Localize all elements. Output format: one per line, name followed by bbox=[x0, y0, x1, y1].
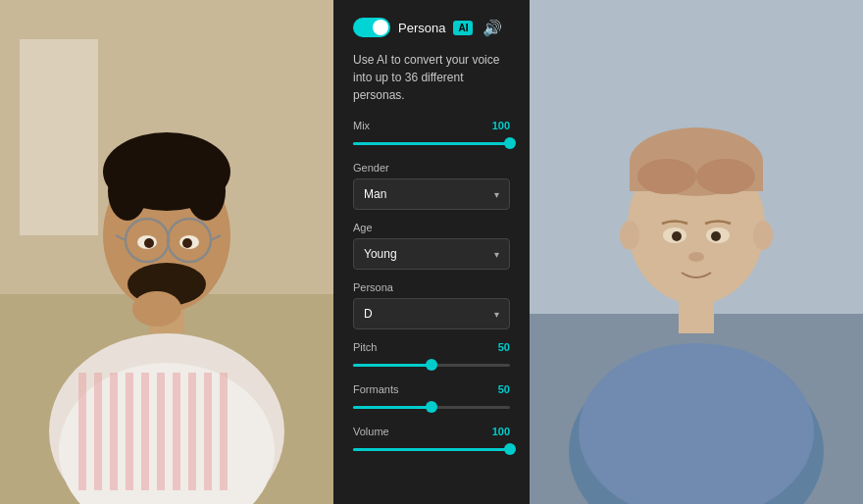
panel-description: Use AI to convert your voice into up to … bbox=[353, 51, 510, 104]
svg-point-44 bbox=[711, 231, 721, 241]
svg-rect-2 bbox=[20, 39, 98, 235]
svg-rect-14 bbox=[220, 373, 228, 490]
svg-rect-11 bbox=[173, 373, 180, 490]
mix-slider-wrapper bbox=[353, 136, 510, 150]
pitch-slider-wrapper bbox=[353, 358, 510, 372]
svg-rect-10 bbox=[157, 373, 165, 490]
persona-dropdown[interactable]: D ▾ bbox=[353, 298, 510, 329]
pitch-slider-thumb[interactable] bbox=[426, 359, 437, 371]
mix-value: 100 bbox=[492, 120, 510, 131]
right-photo-panel bbox=[530, 0, 863, 504]
volume-control: Volume 100 bbox=[353, 426, 510, 456]
pitch-value: 50 bbox=[498, 341, 510, 353]
svg-point-27 bbox=[144, 238, 154, 248]
svg-point-45 bbox=[688, 252, 704, 262]
gender-control: Gender Man ▾ bbox=[353, 162, 510, 210]
gender-dropdown[interactable]: Man ▾ bbox=[353, 178, 510, 210]
gender-label: Gender bbox=[353, 162, 389, 174]
svg-point-18 bbox=[108, 162, 147, 221]
persona-value: D bbox=[364, 307, 373, 321]
mix-slider-thumb[interactable] bbox=[504, 137, 516, 149]
svg-point-40 bbox=[696, 159, 755, 194]
persona-setting-label: Persona bbox=[353, 281, 393, 293]
svg-rect-5 bbox=[78, 373, 86, 490]
formants-slider-thumb[interactable] bbox=[426, 401, 437, 413]
age-label: Age bbox=[353, 222, 373, 233]
ai-badge: AI bbox=[453, 21, 473, 35]
svg-rect-8 bbox=[126, 373, 133, 490]
persona-label: Persona bbox=[398, 21, 445, 35]
settings-panel: Persona AI 🔊 Use AI to convert your voic… bbox=[333, 0, 530, 504]
volume-label: Volume bbox=[353, 426, 389, 437]
age-dropdown[interactable]: Young ▾ bbox=[353, 238, 510, 270]
panel-header: Persona AI 🔊 bbox=[353, 18, 510, 37]
toggle-knob bbox=[373, 20, 388, 35]
svg-point-47 bbox=[753, 221, 773, 250]
mix-control: Mix 100 bbox=[353, 120, 510, 150]
svg-point-46 bbox=[620, 221, 639, 250]
svg-rect-12 bbox=[188, 373, 196, 490]
svg-rect-7 bbox=[110, 373, 118, 490]
svg-rect-9 bbox=[141, 373, 149, 490]
formants-label: Formants bbox=[353, 383, 398, 395]
pitch-control: Pitch 50 bbox=[353, 341, 510, 372]
formants-control: Formants 50 bbox=[353, 383, 510, 414]
formants-value: 50 bbox=[498, 383, 510, 395]
svg-point-42 bbox=[672, 231, 682, 241]
volume-slider-thumb[interactable] bbox=[504, 443, 516, 455]
age-control: Age Young ▾ bbox=[353, 222, 510, 270]
right-person-image bbox=[530, 0, 863, 504]
left-person-image bbox=[0, 0, 333, 504]
gender-chevron: ▾ bbox=[494, 189, 499, 200]
speaker-icon[interactable]: 🔊 bbox=[482, 19, 502, 37]
formants-slider-wrapper bbox=[353, 400, 510, 414]
svg-point-19 bbox=[186, 162, 226, 221]
persona-toggle[interactable] bbox=[353, 18, 390, 37]
pitch-label: Pitch bbox=[353, 341, 377, 353]
svg-rect-13 bbox=[204, 373, 212, 490]
gender-value: Man bbox=[364, 187, 386, 201]
svg-point-30 bbox=[132, 291, 181, 327]
svg-rect-6 bbox=[94, 373, 102, 490]
age-chevron: ▾ bbox=[494, 249, 499, 260]
persona-control: Persona D ▾ bbox=[353, 281, 510, 329]
age-value: Young bbox=[364, 247, 397, 261]
svg-point-29 bbox=[182, 238, 192, 248]
left-photo-panel bbox=[0, 0, 333, 504]
volume-slider-wrapper bbox=[353, 442, 510, 456]
svg-point-39 bbox=[637, 159, 696, 194]
volume-value: 100 bbox=[492, 426, 510, 437]
persona-chevron: ▾ bbox=[494, 309, 499, 320]
mix-label: Mix bbox=[353, 120, 370, 131]
